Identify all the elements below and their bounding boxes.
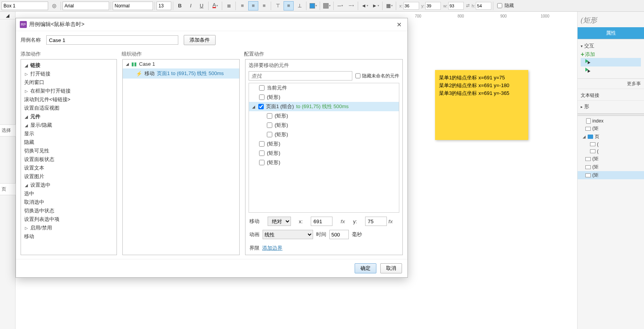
fill-color-button[interactable]: ▾ [308,1,318,10]
top-toolbar: ◎ B I U A▾ ≣ ≡ ≡ ≡ ⊤ ≡ ⊥ ▾ ▾ ─▾ ┄▾ ◄▾ ►▾… [0,0,644,12]
outline-item-rect[interactable]: (矩 [578,163,644,171]
org-case-row[interactable]: ◢ ▮▮ Case 1 [123,60,239,68]
align-left-button[interactable]: ≡ [237,1,247,10]
hide-unnamed-checkbox[interactable] [355,71,360,80]
case-name-input[interactable] [46,35,178,45]
cfg-item-checkbox[interactable] [267,113,272,119]
cfg-item-checkbox[interactable] [267,132,272,137]
cfg-add-boundary-link[interactable]: 添加边界 [262,245,282,251]
w-input[interactable] [448,2,464,10]
align-right-button[interactable]: ≡ [259,1,269,10]
ruler-mark: 700 [415,14,421,18]
line-style-button[interactable]: ┄▾ [346,1,356,10]
bolt-icon: ⚡ [136,71,142,77]
cfg-x-label: x: [299,219,308,224]
cancel-button[interactable]: 取消 [380,263,402,273]
cfg-item-checkbox[interactable] [267,122,272,128]
target-icon[interactable]: ◎ [49,1,59,10]
sticky-line: 菜单1的锚点坐标 x=691 y=75 [439,74,524,82]
left-stub-select[interactable]: 选择 [0,124,16,136]
cfg-item-checkbox[interactable] [259,160,265,165]
add-condition-button[interactable]: 添加条件 [184,35,216,45]
cfg-header: 选择要移动的元件 [245,60,402,71]
org-action-row[interactable]: ⚡ 移动 页面1 to (691,75) 线性 500ms [123,68,239,79]
align-center-button[interactable]: ≡ [248,1,258,10]
inspector-pane: (矩形 属性 ▾交互 +添加 更多事 文本链接 ▸形 index (矩 ◢页 (… [577,12,644,329]
close-icon[interactable]: ✕ [394,20,404,29]
w-label: w: [442,4,447,8]
arrow-start-button[interactable]: ◄▾ [360,1,370,10]
actions-tree-panel[interactable]: ◢链接 ▷打开链接 关闭窗口 ▷在框架中打开链接 滚动到元件<锚链接> 设置自适… [21,59,117,255]
fx-y-button[interactable]: fx [388,219,393,224]
font-size-select[interactable] [157,2,171,10]
h-input[interactable] [476,2,491,10]
tab-properties[interactable]: 属性 [578,27,644,39]
font-family-select[interactable] [63,2,109,10]
bullets-button[interactable]: ≣ [224,1,234,10]
outline-item-rect[interactable]: (矩 [578,171,644,179]
hidden-label: 隐藏 [503,2,514,9]
rect-icon [585,127,591,131]
case-editor-dialog: RP 用例编辑<鼠标单击时> ✕ 用例名称 添加条件 添加动作 组织动作 配置动… [16,18,408,278]
bold-button[interactable]: B [175,1,185,10]
sticky-note[interactable]: 菜单1的锚点坐标 x=691 y=75 菜单2的锚点坐标 x=691 y=-18… [435,70,528,140]
font-color-button[interactable]: A▾ [210,1,220,10]
page-icon [586,118,591,124]
cfg-item-checkbox[interactable] [259,141,265,147]
cfg-item-checkbox[interactable] [259,94,265,100]
x-label: x: [398,4,403,8]
case-row[interactable] [581,66,641,75]
outline-item-page1[interactable]: ◢页 [578,133,644,141]
cfg-x-input[interactable] [311,217,332,226]
cfg-widget-list[interactable]: 当前元件 (矩形) ◢ 页面1 (组合) to (691,75) 线性 500m… [249,83,399,213]
cfg-move-type-select[interactable]: 绝对位 [268,217,291,226]
text-link-label: 文本链接 [581,92,641,99]
arrow-end-button[interactable]: ►▾ [371,1,381,10]
outline-item-rect[interactable]: ( [578,141,644,148]
folder-icon [588,135,593,139]
outline-tree[interactable]: index (矩 ◢页 ( ( (矩 (矩 (矩 [578,116,644,329]
padding-button[interactable]: ▦▾ [384,1,394,10]
x-input[interactable] [404,2,419,10]
cfg-item-page1[interactable]: ◢ 页面1 (组合) to (691,75) 线性 500ms [249,102,399,111]
hidden-checkbox[interactable] [497,3,502,8]
cfg-item-checkbox[interactable] [258,104,264,109]
cfg-search-input[interactable] [249,71,352,80]
add-case-button[interactable]: +添加 [581,51,595,58]
italic-button[interactable]: I [186,1,196,10]
cfg-anim-select[interactable]: 线性 [263,230,313,239]
lock-aspect-icon[interactable]: ⇄ [465,3,469,8]
ok-button[interactable]: 确定 [355,263,376,273]
cfg-ms-label: 毫秒 [352,231,362,238]
more-events-button[interactable]: 更多事 [578,79,644,89]
valign-top-button[interactable]: ⊤ [273,1,283,10]
underline-button[interactable]: U [197,1,207,10]
cfg-item-checkbox[interactable] [259,150,265,156]
outline-item-rect[interactable]: (矩 [578,124,644,133]
left-stub-page[interactable]: 页 [0,183,16,195]
valign-middle-button[interactable]: ≡ [284,1,294,10]
organize-actions-panel[interactable]: ◢ ▮▮ Case 1 ⚡ 移动 页面1 to (691,75) 线性 500m… [122,59,240,255]
y-input[interactable] [425,2,441,10]
inspector-title: (矩形 [578,12,644,27]
outline-item-rect[interactable]: (矩 [578,155,644,163]
cfg-time-input[interactable] [329,230,349,239]
cfg-item-checkbox[interactable] [259,85,265,91]
cfg-y-input[interactable] [365,217,387,226]
widget-name-input[interactable] [2,2,48,10]
line-width-button[interactable]: ─▾ [335,1,345,10]
cfg-move-label: 移动 [249,218,265,225]
cfg-y-label: y: [353,219,363,224]
rect-icon [585,173,591,177]
valign-bottom-button[interactable]: ⊥ [294,1,305,10]
left-collapsed-panels: 选择 页 [0,124,16,211]
outline-item-index[interactable]: index [578,117,644,124]
cfg-limit-label: 界限 [249,245,259,251]
configure-action-panel: 选择要移动的元件 隐藏未命名的元件 当前元件 (矩形) ◢ 页面1 (组合) t… [245,59,403,255]
cfg-anim-label: 动画 [249,231,259,238]
fx-x-button[interactable]: fx [341,219,351,224]
line-color-button[interactable]: ▾ [322,1,332,10]
font-weight-select[interactable] [113,2,153,10]
case-row[interactable] [581,58,641,66]
outline-item-rect[interactable]: ( [578,148,644,155]
